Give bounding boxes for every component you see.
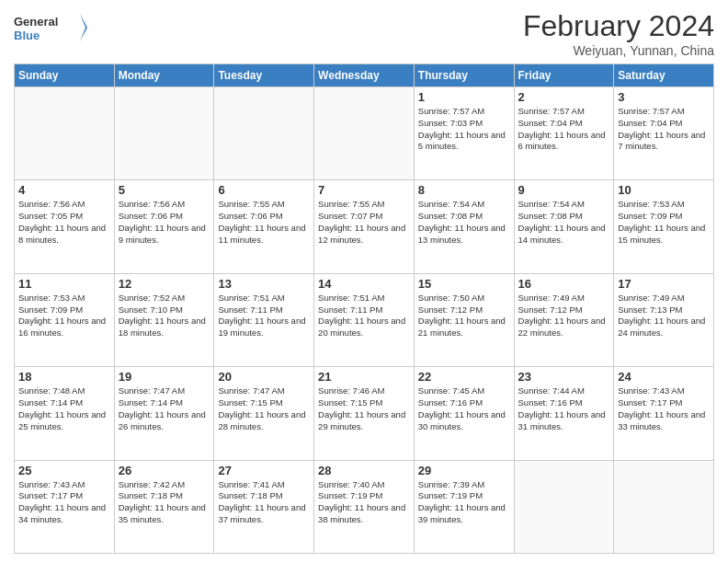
calendar-day-cell: 11Sunrise: 7:53 AM Sunset: 7:09 PM Dayli…	[15, 273, 115, 366]
day-info: Sunrise: 7:56 AM Sunset: 7:05 PM Dayligh…	[18, 199, 110, 246]
day-info: Sunrise: 7:56 AM Sunset: 7:06 PM Dayligh…	[119, 199, 210, 246]
day-number: 4	[18, 183, 110, 197]
title-block: February 2024 Weiyuan, Yunnan, China	[523, 9, 714, 58]
header-sunday: Sunday	[15, 64, 115, 87]
calendar-day-cell: 6Sunrise: 7:55 AM Sunset: 7:06 PM Daylig…	[214, 180, 314, 273]
calendar-day-cell: 15Sunrise: 7:50 AM Sunset: 7:12 PM Dayli…	[414, 273, 514, 366]
day-number: 1	[418, 90, 510, 104]
day-number: 8	[418, 183, 510, 197]
calendar-day-cell: 23Sunrise: 7:44 AM Sunset: 7:16 PM Dayli…	[514, 367, 614, 460]
day-number: 25	[18, 464, 110, 477]
day-number: 3	[618, 90, 710, 104]
header-monday: Monday	[114, 64, 214, 87]
calendar-day-cell: 12Sunrise: 7:52 AM Sunset: 7:10 PM Dayli…	[114, 273, 214, 366]
day-number: 13	[218, 277, 310, 291]
day-info: Sunrise: 7:53 AM Sunset: 7:09 PM Dayligh…	[618, 199, 710, 246]
day-info: Sunrise: 7:39 AM Sunset: 7:19 PM Dayligh…	[418, 479, 510, 526]
calendar-day-cell	[314, 87, 415, 180]
calendar-week-row: 18Sunrise: 7:48 AM Sunset: 7:14 PM Dayli…	[15, 367, 714, 460]
day-number: 19	[119, 370, 210, 384]
day-info: Sunrise: 7:43 AM Sunset: 7:17 PM Dayligh…	[18, 479, 110, 526]
day-number: 11	[18, 277, 110, 291]
calendar-day-cell: 7Sunrise: 7:55 AM Sunset: 7:07 PM Daylig…	[314, 180, 415, 273]
location: Weiyuan, Yunnan, China	[523, 43, 714, 58]
day-number: 18	[18, 370, 110, 384]
calendar-day-cell: 22Sunrise: 7:45 AM Sunset: 7:16 PM Dayli…	[414, 367, 514, 460]
calendar-day-cell: 14Sunrise: 7:51 AM Sunset: 7:11 PM Dayli…	[314, 273, 415, 366]
day-info: Sunrise: 7:49 AM Sunset: 7:12 PM Dayligh…	[518, 293, 610, 339]
day-info: Sunrise: 7:49 AM Sunset: 7:13 PM Dayligh…	[618, 293, 710, 339]
calendar-day-cell: 28Sunrise: 7:40 AM Sunset: 7:19 PM Dayli…	[314, 460, 415, 553]
day-info: Sunrise: 7:43 AM Sunset: 7:17 PM Dayligh…	[618, 385, 710, 432]
calendar-day-cell: 19Sunrise: 7:47 AM Sunset: 7:14 PM Dayli…	[114, 367, 214, 460]
day-info: Sunrise: 7:51 AM Sunset: 7:11 PM Dayligh…	[318, 293, 410, 339]
calendar-day-cell: 24Sunrise: 7:43 AM Sunset: 7:17 PM Dayli…	[614, 367, 714, 460]
day-number: 2	[518, 90, 610, 104]
calendar-day-cell	[214, 87, 314, 180]
day-number: 6	[218, 183, 310, 197]
day-info: Sunrise: 7:41 AM Sunset: 7:18 PM Dayligh…	[218, 479, 310, 526]
calendar-day-cell	[114, 87, 214, 180]
calendar-week-row: 4Sunrise: 7:56 AM Sunset: 7:05 PM Daylig…	[15, 180, 714, 273]
calendar-day-cell: 3Sunrise: 7:57 AM Sunset: 7:04 PM Daylig…	[614, 87, 714, 180]
day-info: Sunrise: 7:53 AM Sunset: 7:09 PM Dayligh…	[18, 293, 110, 339]
day-number: 20	[218, 370, 310, 384]
day-number: 17	[618, 277, 710, 291]
day-number: 21	[318, 370, 410, 384]
day-number: 14	[318, 277, 410, 291]
day-info: Sunrise: 7:52 AM Sunset: 7:10 PM Dayligh…	[119, 293, 210, 339]
calendar-day-cell: 4Sunrise: 7:56 AM Sunset: 7:05 PM Daylig…	[15, 180, 115, 273]
calendar-day-cell: 21Sunrise: 7:46 AM Sunset: 7:15 PM Dayli…	[314, 367, 415, 460]
day-number: 10	[618, 183, 710, 197]
weekday-header-row: Sunday Monday Tuesday Wednesday Thursday…	[15, 64, 714, 87]
calendar-day-cell: 27Sunrise: 7:41 AM Sunset: 7:18 PM Dayli…	[214, 460, 314, 553]
calendar-day-cell	[614, 460, 714, 553]
svg-text:Blue: Blue	[14, 29, 40, 42]
day-number: 7	[318, 183, 410, 197]
calendar-day-cell: 20Sunrise: 7:47 AM Sunset: 7:15 PM Dayli…	[214, 367, 314, 460]
day-info: Sunrise: 7:46 AM Sunset: 7:15 PM Dayligh…	[318, 385, 410, 432]
day-number: 22	[418, 370, 510, 384]
svg-text:General: General	[14, 15, 58, 29]
day-info: Sunrise: 7:54 AM Sunset: 7:08 PM Dayligh…	[518, 199, 610, 246]
calendar-day-cell: 16Sunrise: 7:49 AM Sunset: 7:12 PM Dayli…	[514, 273, 614, 366]
calendar-week-row: 11Sunrise: 7:53 AM Sunset: 7:09 PM Dayli…	[15, 273, 714, 366]
day-number: 5	[119, 183, 210, 197]
calendar-day-cell: 18Sunrise: 7:48 AM Sunset: 7:14 PM Dayli…	[15, 367, 115, 460]
day-info: Sunrise: 7:45 AM Sunset: 7:16 PM Dayligh…	[418, 385, 510, 432]
calendar-table: Sunday Monday Tuesday Wednesday Thursday…	[14, 63, 714, 554]
calendar-day-cell: 17Sunrise: 7:49 AM Sunset: 7:13 PM Dayli…	[614, 273, 714, 366]
calendar-day-cell: 5Sunrise: 7:56 AM Sunset: 7:06 PM Daylig…	[114, 180, 214, 273]
month-year: February 2024	[523, 9, 714, 43]
page: General Blue February 2024 Weiyuan, Yunn…	[0, 0, 728, 563]
generalblue-logo-icon: General Blue	[14, 9, 87, 46]
calendar-day-cell	[514, 460, 614, 553]
day-number: 12	[119, 277, 210, 291]
calendar-day-cell: 26Sunrise: 7:42 AM Sunset: 7:18 PM Dayli…	[114, 460, 214, 553]
calendar-week-row: 1Sunrise: 7:57 AM Sunset: 7:03 PM Daylig…	[15, 87, 714, 180]
calendar-day-cell: 10Sunrise: 7:53 AM Sunset: 7:09 PM Dayli…	[614, 180, 714, 273]
day-info: Sunrise: 7:44 AM Sunset: 7:16 PM Dayligh…	[518, 385, 610, 432]
day-info: Sunrise: 7:47 AM Sunset: 7:15 PM Dayligh…	[218, 385, 310, 432]
calendar-day-cell: 9Sunrise: 7:54 AM Sunset: 7:08 PM Daylig…	[514, 180, 614, 273]
day-info: Sunrise: 7:51 AM Sunset: 7:11 PM Dayligh…	[218, 293, 310, 339]
day-number: 9	[518, 183, 610, 197]
day-info: Sunrise: 7:47 AM Sunset: 7:14 PM Dayligh…	[119, 385, 210, 432]
header-saturday: Saturday	[614, 64, 714, 87]
calendar-day-cell: 29Sunrise: 7:39 AM Sunset: 7:19 PM Dayli…	[414, 460, 514, 553]
header: General Blue February 2024 Weiyuan, Yunn…	[14, 9, 714, 58]
calendar-day-cell: 2Sunrise: 7:57 AM Sunset: 7:04 PM Daylig…	[514, 87, 614, 180]
day-number: 27	[218, 464, 310, 477]
calendar-day-cell: 8Sunrise: 7:54 AM Sunset: 7:08 PM Daylig…	[414, 180, 514, 273]
calendar-day-cell	[15, 87, 115, 180]
day-number: 15	[418, 277, 510, 291]
header-tuesday: Tuesday	[214, 64, 314, 87]
svg-marker-2	[80, 14, 87, 41]
day-info: Sunrise: 7:50 AM Sunset: 7:12 PM Dayligh…	[418, 293, 510, 339]
day-number: 26	[119, 464, 210, 477]
day-number: 23	[518, 370, 610, 384]
day-number: 29	[418, 464, 510, 477]
calendar-day-cell: 1Sunrise: 7:57 AM Sunset: 7:03 PM Daylig…	[414, 87, 514, 180]
day-info: Sunrise: 7:54 AM Sunset: 7:08 PM Dayligh…	[418, 199, 510, 246]
logo: General Blue	[14, 9, 87, 46]
